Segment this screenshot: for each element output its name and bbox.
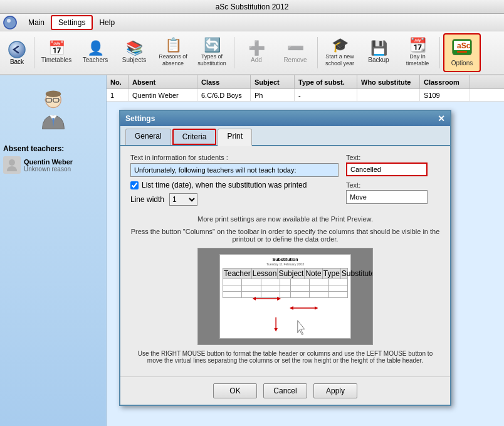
- text-info-input[interactable]: [130, 163, 339, 177]
- info-text-3: Use the RIGHT MOUSE button to format the…: [130, 350, 440, 364]
- dialog-title: Settings: [125, 114, 155, 123]
- print-preview-box: Substitution Tuesday 11 February 2003 Te…: [197, 248, 373, 345]
- move-input[interactable]: [346, 190, 428, 204]
- tab-print[interactable]: Print: [218, 129, 252, 146]
- linewidth-row: Line width 1 2 3: [130, 193, 339, 206]
- cancelled-field: Text:: [346, 154, 440, 176]
- info-text-1: More print settings are now available at…: [130, 215, 440, 223]
- dialog-title-bar: Settings ✕: [120, 111, 450, 126]
- dialog-left-column: Text in information for students : List …: [130, 154, 339, 209]
- preview-area: Substitution Tuesday 11 February 2003 Te…: [130, 248, 440, 345]
- dialog-overlay: Settings ✕ General Criteria Print Text i…: [0, 0, 504, 426]
- linewidth-select[interactable]: 1 2 3: [169, 193, 197, 206]
- ok-button[interactable]: OK: [213, 383, 257, 398]
- move-label: Text:: [346, 181, 440, 189]
- move-field: Text:: [346, 181, 440, 204]
- tab-general[interactable]: General: [125, 129, 171, 145]
- dialog-close-button[interactable]: ✕: [438, 114, 445, 124]
- settings-dialog: Settings ✕ General Criteria Print Text i…: [119, 110, 451, 406]
- tab-criteria[interactable]: Criteria: [172, 129, 217, 145]
- dialog-content: Text in information for students : List …: [120, 146, 450, 376]
- dialog-right-column: Text: Text:: [346, 154, 440, 209]
- dialog-tabs: General Criteria Print: [120, 126, 450, 146]
- list-time-checkbox[interactable]: [130, 181, 139, 189]
- info-text-2: Press the button "Columns" on the toolba…: [130, 228, 440, 243]
- text-info-label: Text in information for students :: [130, 154, 339, 161]
- dialog-main-section: Text in information for students : List …: [130, 154, 440, 209]
- apply-button[interactable]: Apply: [313, 383, 357, 398]
- cancelled-label: Text:: [346, 154, 440, 161]
- list-time-label: List time (date), when the substitution …: [142, 181, 307, 189]
- linewidth-label: Line width: [130, 195, 164, 204]
- cancel-button[interactable]: Cancel: [263, 383, 307, 398]
- list-time-row: List time (date), when the substitution …: [130, 181, 339, 189]
- dialog-buttons: OK Cancel Apply: [120, 376, 450, 405]
- cancelled-input[interactable]: [346, 162, 428, 176]
